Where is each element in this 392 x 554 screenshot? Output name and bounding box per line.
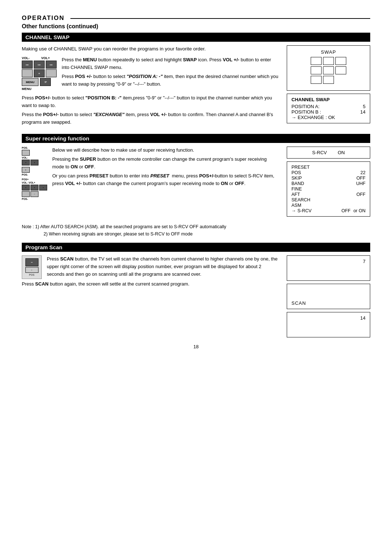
scan-box-3: 14 [287,312,370,337]
rc-bot-btn-5: ☞ [30,191,38,197]
instruction-4: Press the POS+/- button to select "EXCHA… [22,111,279,126]
rc-btn-vol-minus: ▪▪▪ [22,61,33,69]
channel-swap-intro: Making use of CHANNEL SWAP you can reord… [22,45,279,53]
notes: Note : 1) After AUTO SEARCH (ASM). all t… [22,223,370,238]
rc-swap-diagram: VOL- VOL+ ▪▪▪ ▪▪▪ ▪▪▪ ≡ MENU [22,56,57,91]
operation-heading: OPERATION [22,15,370,22]
scan-box-2: SCAN [287,284,370,309]
position-b-label: POSITION B : [291,109,321,115]
rc-bot-btn-1: ▪ [22,185,30,190]
menu-label: MENU [22,87,32,91]
swap-cell-2 [323,57,334,65]
preset-row-0: PRESET [291,165,366,170]
preset-val-8: OFF [313,208,350,213]
preset-row-5: AFT OFF [291,192,366,197]
channel-swap-content: VOL- VOL+ ▪▪▪ ▪▪▪ ▪▪▪ ≡ MENU [22,56,279,91]
pos-minus-top: POS- [22,147,28,149]
exchange-arrow: → [291,115,296,120]
position-a-value: 5 [363,104,366,109]
rc-row-2: ≡ [22,69,57,77]
preset-val-2: OFF [356,176,366,181]
channel-swap-left: Making use of CHANNEL SWAP you can reord… [22,45,279,127]
preset-box: PRESET POS 22 SKIP OFF BAND UHF FINE AFT [287,161,370,217]
rc-scan-inner: ▪▪ ≡ POS [25,258,38,276]
s-rcv-box: S-RCV ON [287,147,370,159]
rc-btn-right [46,69,57,77]
page-number: 18 [22,344,370,349]
preset-label-3: BAND [291,181,304,186]
rc-btn-center: ▪▪▪ [34,61,45,69]
program-scan-left: ▪▪ ≡ POS Press SCAN button, the TV set w… [22,255,279,337]
swap-cell-6 [335,66,346,74]
sr-instruction-1: Below we will describe how to make use o… [22,147,279,154]
or-on-label: or ON [354,208,366,213]
s-rcv-arrow: → [291,208,296,213]
swap-screen-box: SWAP [287,45,370,91]
channel-swap-right: SWAP CHANNEL SWAP POSITION A: 5 [287,45,370,127]
preset-val-3: UHF [356,181,366,186]
sr-instruction-2: Pressing the SUPER button on the remote … [22,156,279,171]
operation-title: OPERATION [22,15,65,22]
vol-minus-super: VOL- [22,156,28,159]
pos-minus-bottom: POS- [22,173,47,176]
note-1: Note : 1) After AUTO SEARCH (ASM). all t… [22,223,370,230]
pos-minus-c: POS- [22,198,47,200]
position-b-row: POSITION B : 14 [291,109,366,115]
swap-cell-8 [323,76,334,84]
s-rcv-value: ON [338,150,345,155]
channel-swap-info-box: CHANNEL SWAP POSITION A: 5 POSITION B : … [287,94,370,123]
program-scan-instructions: Press SCAN button, the TV set will scan … [22,255,279,288]
scan-box-1: 7 [287,255,370,281]
preset-row-6: SEARCH [291,197,366,202]
operation-divider [70,18,370,19]
preset-label-8: S-RCV [298,208,312,213]
note-2: 2) When receiving signals are stronger, … [22,230,370,238]
instruction-1: Press the MENU button repeatedly to sele… [22,56,279,71]
super-receiving-header: Super receiving function [22,134,370,143]
swap-cell-4 [311,66,322,74]
position-b-value: 14 [360,109,366,115]
vol-minus-label: VOL- [22,56,30,60]
rc-btn-extra: ☞ [40,78,51,86]
swap-cell-1 [311,57,322,65]
program-scan-body: ▪▪ ≡ POS Press SCAN button, the TV set w… [22,255,370,337]
preset-val-1: 22 [360,170,366,175]
rc-scan-diagram: ▪▪ ≡ POS [22,255,42,279]
swap-cell-3 [335,57,346,65]
exchange-value: : OK [326,115,335,120]
preset-row-7: ASM [291,203,366,208]
preset-label-7: ASM [291,203,301,208]
rc-scan-pos-label: POS [29,274,34,276]
rc-scan-btn-1: ▪▪ [25,258,38,266]
swap-grid [311,57,346,84]
ps-instruction-1: Press SCAN button, the TV set will scan … [22,255,279,278]
rc-bot-btn-4 [22,191,30,197]
rc-super-bottom: POS+ VOL- VOL+ ▪ ▪ ▪ ☞ POS- [22,178,47,200]
rc-top-btn-4: ≡ [22,167,30,173]
exchange-label: EXCHANGE [298,115,324,120]
preset-label-5: AFT [291,192,300,197]
channel-swap-info-title: CHANNEL SWAP [291,97,366,102]
rc-bot-btn-3: ▪ [39,185,47,190]
preset-label-6: SEARCH [291,197,310,202]
position-a-row: POSITION A: 5 [291,104,366,109]
rc-top-btn-3: ▪ [30,160,38,165]
preset-val-5: OFF [356,192,366,197]
super-receiving-instructions: Below we will describe how to make use o… [22,147,279,187]
rc-inner: VOL- VOL+ ▪▪▪ ▪▪▪ ▪▪▪ ≡ MENU [22,56,57,91]
sr-instruction-3: Or you can press PRESET button to enter … [22,172,279,188]
rc-row-1: ▪▪▪ ▪▪▪ ▪▪▪ [22,61,57,69]
pos-plus-label: POS+ [22,178,29,181]
channel-swap-extra-instructions: Press POS+/- button to select "POSITION … [22,94,279,126]
scan-boxes: 7 SCAN 14 [287,255,370,337]
rc-btn-left [22,69,33,77]
preset-label-0: PRESET [291,165,310,170]
super-receiving-left: POS- VOL- ▪ ▪ ≡ P [22,147,279,217]
rc-scan-btn-2: ≡ [25,267,38,273]
preset-row-8: → S-RCV OFF or ON [291,208,366,213]
preset-label-1: POS [291,170,301,175]
rc-btn-mid: ≡ [34,69,45,77]
super-receiving-content: POS- VOL- ▪ ▪ ≡ P [22,147,279,200]
exchange-row: → EXCHANGE : OK [291,115,366,120]
channel-swap-instructions: Press the MENU button repeatedly to sele… [22,56,279,88]
